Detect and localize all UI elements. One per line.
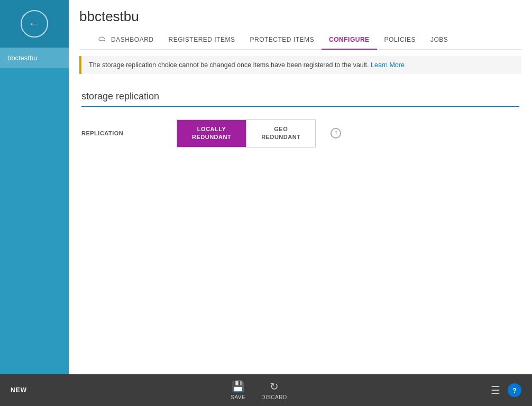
discard-icon: ↻: [270, 380, 279, 393]
warning-text: The storage replication choice cannot be…: [89, 61, 369, 69]
tab-protected-items[interactable]: PROTECTED ITEMS: [243, 31, 322, 50]
help-button[interactable]: ?: [508, 383, 521, 397]
section-title: storage replication: [81, 91, 519, 107]
tab-policies-label: POLICIES: [384, 36, 416, 43]
header: bbctestbu DASHBOARD REGISTERED ITEMS P: [69, 0, 532, 50]
save-action[interactable]: 💾 SAVE: [231, 380, 245, 400]
list-icon[interactable]: ☰: [491, 384, 500, 396]
replication-help-icon[interactable]: ?: [331, 128, 341, 139]
cloud-icon: [97, 35, 106, 43]
tab-dashboard-label: DASHBOARD: [111, 36, 154, 43]
save-icon: 💾: [232, 380, 245, 393]
main-content: bbctestbu DASHBOARD REGISTERED ITEMS P: [69, 0, 532, 374]
bottom-bar: NEW 💾 SAVE ↻ DISCARD ☰ ?: [0, 374, 532, 406]
save-label: SAVE: [231, 394, 245, 400]
tab-registered-items[interactable]: REGISTERED ITEMS: [161, 31, 243, 50]
back-arrow-icon: ←: [29, 18, 40, 30]
back-circle-icon: ←: [21, 10, 48, 38]
sidebar-item-bbctestbu[interactable]: bbctestbu: [0, 48, 69, 68]
bottom-actions: 💾 SAVE ↻ DISCARD: [231, 380, 287, 400]
bottom-right-icons: ☰ ?: [491, 383, 521, 397]
nav-tabs: DASHBOARD REGISTERED ITEMS PROTECTED ITE…: [79, 30, 521, 50]
sidebar: ← bbctestbu: [0, 0, 69, 374]
tab-jobs-label: JOBS: [430, 36, 448, 43]
replication-row: REPLICATION LOCALLY REDUNDANT GEO REDUND…: [81, 119, 519, 147]
geo-redundant-button[interactable]: GEO REDUNDANT: [246, 120, 315, 147]
learn-more-link[interactable]: Learn More: [371, 61, 405, 69]
tab-dashboard[interactable]: DASHBOARD: [90, 30, 161, 50]
back-button[interactable]: ←: [0, 0, 69, 48]
discard-action[interactable]: ↻ DISCARD: [261, 380, 287, 400]
warning-banner: The storage replication choice cannot be…: [79, 56, 521, 74]
new-button[interactable]: NEW: [11, 386, 27, 394]
replication-label: REPLICATION: [81, 130, 166, 136]
page-title: bbctestbu: [79, 8, 521, 25]
tab-registered-items-label: REGISTERED ITEMS: [169, 36, 235, 43]
tab-policies[interactable]: POLICIES: [377, 31, 423, 50]
tab-configure[interactable]: CONFIGURE: [322, 31, 377, 50]
discard-label: DISCARD: [261, 394, 287, 400]
tab-protected-items-label: PROTECTED ITEMS: [250, 36, 315, 43]
tab-configure-label: CONFIGURE: [329, 36, 370, 43]
tab-jobs[interactable]: JOBS: [423, 31, 455, 50]
locally-redundant-button[interactable]: LOCALLY REDUNDANT: [177, 120, 246, 147]
content-area: storage replication REPLICATION LOCALLY …: [69, 80, 532, 374]
replication-toggle-group: LOCALLY REDUNDANT GEO REDUNDANT: [177, 119, 316, 147]
